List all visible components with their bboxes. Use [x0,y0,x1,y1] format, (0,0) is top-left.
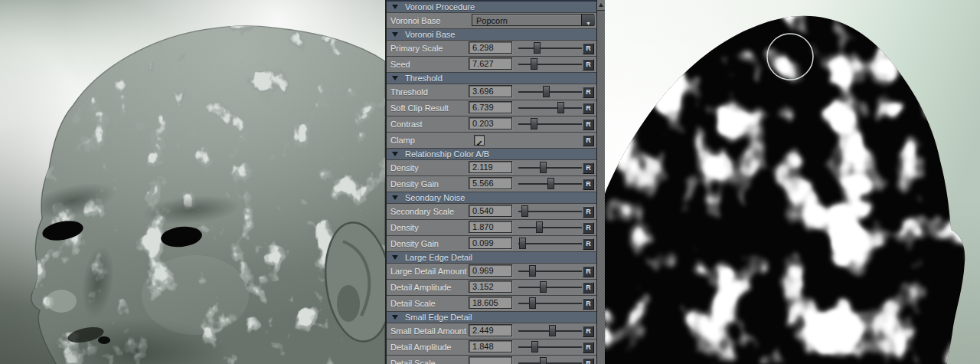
clamp-checkbox[interactable] [474,135,485,146]
dropdown-arrow-icon[interactable] [581,15,595,25]
reset-button[interactable]: R [583,43,594,54]
slider-handle[interactable] [557,102,564,113]
value-field[interactable]: 1.870 [469,221,512,233]
reset-button[interactable]: R [583,206,594,218]
sculpt-head-render [0,0,385,364]
voronoi-base-dropdown[interactable]: Popcorn [472,14,594,26]
value-field[interactable]: 18.605 [469,297,512,309]
value-field[interactable]: 1.848 [469,340,512,353]
section-header[interactable]: Voronoi Procedure [387,2,596,12]
slider-track[interactable] [518,346,582,348]
attribute-row: Detail Amplitude 3.152 R [387,280,596,295]
attribute-row: Small Detail Amount 2.449 R [387,323,596,339]
attribute-label: Voronoi Base [390,15,440,26]
attribute-label: Detail Amplitude [390,282,452,293]
reset-button[interactable]: R [583,162,594,174]
collapse-triangle-icon[interactable] [392,315,398,320]
collapse-triangle-icon[interactable] [392,152,398,156]
reset-button[interactable]: R [583,358,594,364]
viewport-3d-sculpt[interactable] [0,0,385,364]
slider-handle[interactable] [531,118,537,130]
reset-button[interactable]: R [583,87,594,98]
value-field[interactable]: 0.969 [469,264,512,277]
slider-handle[interactable] [529,265,536,277]
value-field[interactable]: 7.627 [469,57,512,70]
slider-track[interactable] [518,243,582,244]
section-header[interactable]: Relationship Color A/B [387,149,596,159]
slider-track[interactable] [518,183,582,185]
reset-button[interactable]: R [583,238,594,250]
reset-button[interactable]: R [583,179,594,190]
slider-track[interactable] [518,167,582,169]
reset-button[interactable]: R [583,59,594,71]
slider-track[interactable] [518,330,582,332]
reset-button[interactable]: R [583,222,594,234]
slider-handle[interactable] [536,221,543,233]
value-field[interactable]: 0.540 [469,205,512,217]
reset-button[interactable]: R [583,266,594,277]
scroll-up-arrow-icon[interactable] [597,0,605,11]
slider-track[interactable] [518,211,582,212]
attribute-label: Primary Scale [390,43,443,54]
slider-handle[interactable] [521,205,528,217]
attribute-label: Seed [390,59,410,70]
section-header[interactable]: Seondary Noise [387,192,596,203]
value-field[interactable]: 3.152 [469,280,512,293]
attribute-row: Clamp R [387,133,596,148]
slider-handle[interactable] [529,297,536,309]
slider-handle[interactable] [543,86,550,97]
section-header[interactable]: Threshold [387,73,596,84]
slider-handle[interactable] [531,58,537,70]
slider-track[interactable] [518,287,582,288]
attribute-row: Contrast 0.203 R [387,116,596,132]
value-field[interactable] [469,356,512,364]
slider-track[interactable] [518,271,582,272]
collapse-triangle-icon[interactable] [392,255,398,260]
section-header[interactable]: Large Edge Detail [387,252,596,263]
section-header[interactable]: Small Edge Detail [387,312,596,323]
collapse-triangle-icon[interactable] [392,76,398,80]
slider-handle[interactable] [549,325,556,336]
attribute-label: Detail Amplitude [390,342,452,353]
reset-button[interactable]: R [583,342,594,353]
slider-handle[interactable] [540,162,547,173]
slider-track[interactable] [518,64,582,65]
slider-track[interactable] [518,123,582,125]
attribute-row: Detail Scale R [387,356,596,364]
slider-handle[interactable] [531,341,538,353]
collapse-triangle-icon[interactable] [392,32,398,37]
value-field[interactable]: 0.203 [469,117,512,130]
slider-track[interactable] [518,227,582,228]
slider-handle[interactable] [534,42,541,54]
value-field[interactable]: 3.696 [469,85,512,97]
reset-button[interactable]: R [583,103,594,114]
reset-button[interactable]: R [583,326,594,337]
collapse-triangle-icon[interactable] [392,195,398,200]
value-field[interactable]: 6.739 [469,101,512,113]
value-field[interactable]: 6.298 [469,41,512,54]
viewport-texture-preview[interactable] [605,0,980,364]
panel-scrollbar[interactable] [596,0,605,364]
attribute-row: Soft Clip Result 6.739 R [387,100,596,116]
slider-track[interactable] [518,303,582,304]
slider-track[interactable] [518,91,582,93]
reset-button[interactable]: R [583,282,594,293]
app-window: Voronoi Procedure Voronoi Base Popcorn V… [0,0,980,364]
slider-handle[interactable] [547,178,554,189]
slider-handle[interactable] [540,357,547,364]
slider-track[interactable] [518,107,582,109]
section-header[interactable]: Voronoi Base [387,29,596,40]
slider-track[interactable] [518,48,582,49]
collapse-triangle-icon[interactable] [392,5,398,9]
reset-button[interactable]: R [583,298,594,310]
value-field[interactable]: 2.119 [469,161,512,173]
attribute-row: Density 1.870 R [387,220,596,235]
reset-button[interactable]: R [583,119,594,130]
value-field[interactable]: 5.566 [469,177,512,189]
value-field[interactable]: 2.449 [469,324,512,336]
attribute-row: Secondary Scale 0.540 R [387,204,596,219]
slider-handle[interactable] [519,238,526,249]
reset-button[interactable]: R [583,135,594,146]
slider-handle[interactable] [540,281,547,293]
value-field[interactable]: 0.099 [469,237,512,249]
